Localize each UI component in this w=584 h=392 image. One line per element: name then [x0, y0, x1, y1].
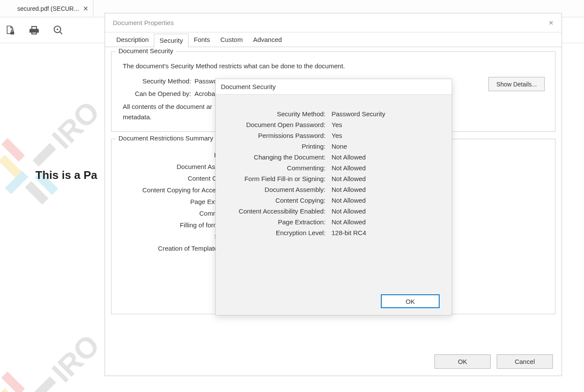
file-tab-title: secured.pdf (SECUR... [17, 5, 79, 12]
detail-value: 128-bit RC4 [328, 229, 366, 236]
section-legend: Document Restrictions Summary [116, 134, 216, 142]
can-be-opened-label: Can be Opened by: [119, 90, 193, 97]
detail-value: Not Allowed [328, 164, 366, 172]
detail-label: Document Open Password: [223, 121, 328, 128]
summary-row: Print [119, 151, 227, 159]
detail-label: Page Extraction: [223, 218, 328, 226]
detail-value: Yes [328, 132, 342, 139]
detail-label: Form Field Fill-in or Signing: [223, 175, 328, 182]
detail-label: Printing: [223, 143, 328, 150]
summary-row: Content Copy [119, 175, 227, 182]
detail-value: Not Allowed [328, 197, 366, 204]
detail-label: Content Copying: [223, 197, 328, 204]
summary-row: Content Copying for Accessib [119, 186, 227, 194]
detail-label: Document Assembly: [223, 186, 328, 193]
svg-text:IRO: IRO [45, 328, 105, 388]
detail-label: Encryption Level: [223, 229, 328, 236]
svg-rect-5 [32, 143, 56, 166]
tab-description[interactable]: Description [111, 33, 154, 47]
detail-label: Content Accessibility Enabled: [223, 207, 328, 215]
show-details-button[interactable]: Show Details... [488, 77, 545, 91]
security-details-table: Security Method:Password Security Docume… [216, 95, 452, 244]
search-icon[interactable] [53, 25, 64, 36]
detail-value: Yes [328, 121, 342, 128]
page-content-text: This is a Pa [35, 169, 97, 182]
security-method-label: Security Method: [119, 77, 193, 85]
dialog-cancel-button[interactable]: Cancel [497, 354, 553, 369]
section-legend: Document Security [116, 47, 176, 54]
dialog-ok-button[interactable]: OK [434, 354, 491, 369]
detail-value: Not Allowed [328, 207, 366, 215]
svg-rect-12 [32, 376, 56, 392]
detail-label: Commenting: [223, 164, 328, 172]
detail-value: None [328, 143, 347, 150]
can-be-opened-value: Acrobat [193, 90, 217, 97]
svg-text:IRO: IRO [45, 95, 105, 155]
detail-value: Not Allowed [328, 186, 366, 193]
summary-row: Document Assem [119, 163, 227, 170]
tab-fonts[interactable]: Fonts [188, 33, 215, 47]
detail-label: Changing the Document: [223, 153, 328, 161]
dialog-tabs: Description Security Fonts Custom Advanc… [105, 32, 562, 47]
dialog-close-icon[interactable]: ✕ [549, 19, 554, 26]
security-description: The document's Security Method restricts… [123, 62, 547, 70]
summary-row: Page Extract [119, 198, 227, 205]
tab-security[interactable]: Security [154, 34, 188, 48]
summary-row: Creation of Template Pa [119, 245, 227, 252]
svg-rect-0 [10, 32, 14, 35]
print-icon[interactable] [29, 25, 40, 36]
tab-custom[interactable]: Custom [215, 33, 248, 47]
tab-advanced[interactable]: Advanced [248, 33, 287, 47]
file-lock-icon[interactable] [4, 25, 16, 36]
dialog2-title: Document Security [216, 79, 452, 95]
details-ok-button[interactable]: OK [381, 294, 440, 308]
detail-value: Password Security [328, 110, 385, 118]
summary-row: Filling of form fie [119, 221, 227, 229]
document-security-details-dialog: Document Security Security Method:Passwo… [215, 79, 452, 316]
detail-label: Permissions Password: [223, 132, 328, 139]
detail-label: Security Method: [223, 110, 328, 118]
summary-row: Comment [119, 210, 227, 217]
detail-value: Not Allowed [328, 218, 366, 226]
dialog-title: Document Properties [113, 19, 174, 26]
close-icon[interactable]: ✕ [83, 5, 89, 13]
detail-value: Not Allowed [328, 153, 366, 161]
file-tab[interactable]: secured.pdf (SECUR... ✕ [13, 0, 93, 17]
summary-row: Sign [119, 233, 227, 240]
detail-value: Not Allowed [328, 175, 366, 182]
